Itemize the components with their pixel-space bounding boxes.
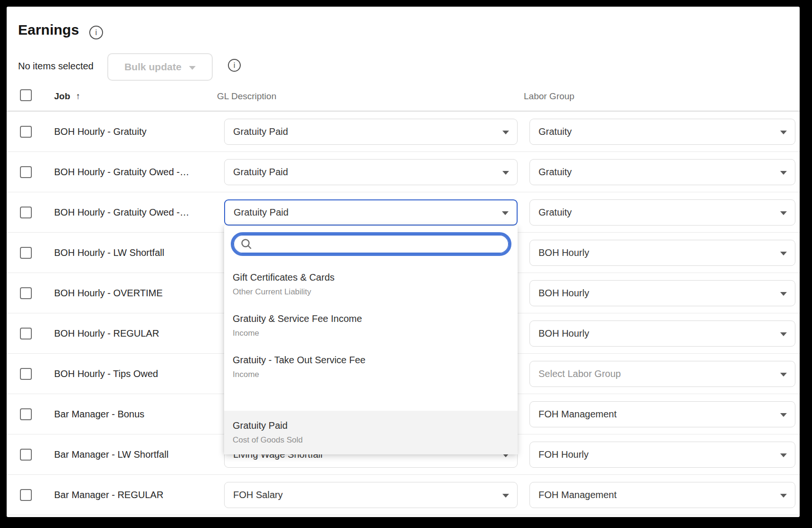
labor-select[interactable]: BOH Hourly (529, 240, 795, 266)
chevron-down-icon (780, 131, 787, 134)
option-account-type: Income (233, 329, 509, 338)
labor-select-value: BOH Hourly (538, 328, 589, 339)
gl-select-value: Gratuity Paid (233, 126, 288, 137)
labor-select[interactable]: Gratuity (529, 119, 795, 145)
job-label: Bar Manager - LW Shortfall (54, 449, 169, 460)
chevron-down-icon (502, 494, 509, 498)
gl-select-value: Gratuity Paid (234, 207, 289, 218)
labor-select-value: Gratuity (538, 167, 572, 178)
labor-select[interactable]: Gratuity (529, 199, 795, 226)
gl-options-dropdown: Gift Certificates & Cards Other Current … (224, 226, 518, 454)
chevron-down-icon (502, 131, 509, 134)
column-header-labor-group: Labor Group (524, 91, 575, 102)
job-label: BOH Hourly - OVERTIME (54, 288, 163, 299)
select-all-checkbox[interactable] (20, 89, 32, 101)
option-account-type: Income (233, 370, 509, 379)
row-checkbox[interactable] (20, 247, 32, 259)
gl-select[interactable]: FOH Salary (224, 482, 518, 508)
labor-select[interactable]: FOH Management (529, 482, 795, 508)
dropdown-option[interactable]: Gift Certificates & Cards Other Current … (224, 263, 518, 304)
job-label: BOH Hourly - REGULAR (54, 328, 159, 339)
labor-select[interactable]: BOH Hourly (529, 280, 795, 306)
labor-select-value: FOH Management (538, 409, 617, 420)
search-icon (240, 238, 253, 250)
dropdown-search-input[interactable] (257, 238, 502, 250)
row-checkbox[interactable] (20, 207, 32, 218)
job-column-label: Job (54, 91, 70, 101)
row-checkbox[interactable] (20, 287, 32, 299)
gl-select-value: FOH Salary (233, 490, 283, 500)
chevron-down-icon (502, 171, 509, 175)
job-label: BOH Hourly - Gratuity Owed -… (54, 207, 189, 218)
dropdown-option[interactable]: Gratuity Paid Cost of Goods Sold (224, 411, 518, 454)
dropdown-search-field[interactable] (231, 232, 511, 256)
job-label: BOH Hourly - LW Shortfall (54, 247, 164, 258)
option-account-type: Cost of Goods Sold (233, 435, 509, 445)
row-checkbox[interactable] (20, 126, 32, 138)
labor-select-value: FOH Hourly (538, 449, 589, 460)
job-label: Bar Manager - Bonus (54, 409, 144, 420)
chevron-down-icon (780, 211, 787, 215)
option-account-type: Other Current Liability (233, 287, 509, 297)
labor-select-value: Gratuity (538, 126, 572, 137)
chevron-down-icon (780, 494, 787, 498)
row-checkbox[interactable] (20, 328, 32, 339)
dropdown-option[interactable]: Gratuity & Service Fee Income Income (224, 304, 518, 345)
labor-select-value: BOH Hourly (538, 288, 589, 299)
table-header: Job↑ GL Description Labor Group (7, 7, 800, 112)
earnings-panel: Earnings i No items selected Bulk update… (7, 7, 800, 517)
option-name: Gift Certificates & Cards (233, 272, 509, 283)
job-label: BOH Hourly - Gratuity Owed -… (54, 167, 189, 178)
labor-select[interactable]: Select Labor Group (529, 361, 795, 387)
job-label: BOH Hourly - Tips Owed (54, 368, 158, 379)
gl-select-value: Gratuity Paid (233, 167, 288, 178)
gl-select[interactable]: Gratuity Paid (224, 199, 518, 226)
option-name: Gratuity & Service Fee Income (233, 313, 509, 324)
row-checkbox[interactable] (20, 489, 32, 501)
job-label: Bar Manager - REGULAR (54, 490, 163, 500)
option-name: Gratuity - Take Out Service Fee (233, 355, 509, 366)
table-row: BOH Hourly - Gratuity Gratuity Paid Grat… (7, 112, 800, 152)
gl-select[interactable]: Gratuity Paid (224, 159, 518, 185)
labor-select-value: FOH Management (538, 490, 617, 500)
chevron-down-icon (780, 292, 787, 296)
chevron-down-icon (780, 252, 787, 255)
labor-select[interactable]: BOH Hourly (529, 321, 795, 347)
labor-select[interactable]: FOH Management (529, 401, 795, 427)
table-row: Bar Manager - REGULAR FOH Salary FOH Man… (7, 475, 800, 515)
labor-select-value: Select Labor Group (538, 368, 621, 379)
labor-select[interactable]: FOH Hourly (529, 442, 795, 468)
dropdown-option[interactable]: Gratuity - Take Out Service Fee Income (224, 345, 518, 387)
dropdown-options-list: Gift Certificates & Cards Other Current … (224, 263, 518, 454)
chevron-down-icon (780, 413, 787, 417)
sort-ascending-icon[interactable]: ↑ (76, 91, 81, 101)
table-row: BOH Hourly - Gratuity Owed -… Gratuity P… (7, 152, 800, 192)
chevron-down-icon (780, 171, 787, 175)
column-header-gl-description: GL Description (217, 91, 276, 102)
labor-select-value: Gratuity (538, 207, 572, 218)
chevron-down-icon (780, 373, 787, 377)
job-label: BOH Hourly - Gratuity (54, 126, 146, 137)
option-name: Gratuity Paid (233, 420, 509, 431)
gl-select[interactable]: Gratuity Paid (224, 119, 518, 145)
labor-select[interactable]: Gratuity (529, 159, 795, 185)
chevron-down-icon (502, 211, 509, 215)
chevron-down-icon (780, 332, 787, 336)
row-checkbox[interactable] (20, 166, 32, 178)
app-frame: Earnings i No items selected Bulk update… (0, 0, 812, 528)
row-checkbox[interactable] (20, 368, 32, 380)
column-header-job[interactable]: Job↑ (54, 91, 80, 102)
row-checkbox[interactable] (20, 449, 32, 461)
row-checkbox[interactable] (20, 408, 32, 420)
dropdown-search-area (224, 226, 518, 263)
chevron-down-icon (780, 453, 787, 457)
labor-select-value: BOH Hourly (538, 247, 589, 258)
